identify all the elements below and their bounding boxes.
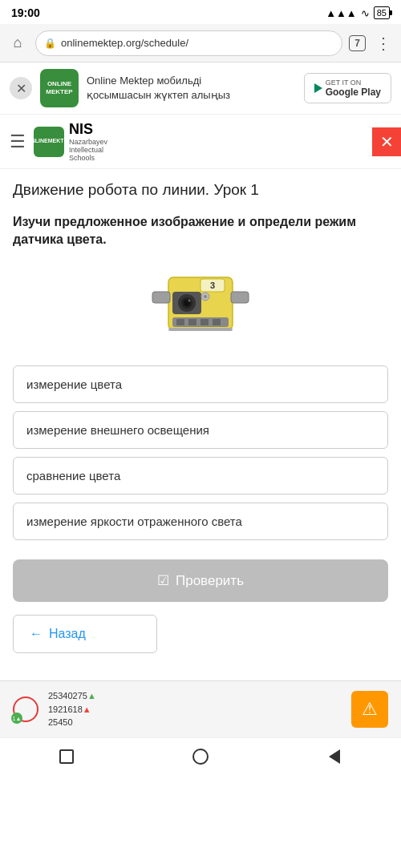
lock-icon: 🔒 xyxy=(44,38,56,49)
back-button[interactable]: ← Назад xyxy=(13,615,157,653)
status-time: 19:00 xyxy=(11,6,40,19)
svg-rect-15 xyxy=(200,319,209,325)
bottom-bar: 1▲ 25340275▲ 1921618▲ 25450 ⚠ xyxy=(0,680,401,737)
app-header: ☰ ONLINE MEKTEP NIS Nazarbayev Intellect… xyxy=(0,115,401,169)
play-icon xyxy=(314,83,322,93)
svg-rect-17 xyxy=(168,328,233,331)
google-play-button[interactable]: GET IT ON Google Play xyxy=(304,73,391,103)
question-text: Изучи предложенное изображение и определ… xyxy=(13,213,388,249)
battery-icon: 85 xyxy=(374,6,390,19)
svg-rect-4 xyxy=(231,292,249,303)
svg-text:3: 3 xyxy=(210,281,215,290)
back-nav-icon xyxy=(329,749,340,764)
back-nav-button[interactable] xyxy=(318,746,350,767)
android-nav-bar xyxy=(0,737,401,778)
browser-bar: ⌂ 🔒 onlinemektep.org/schedule/ 7 ⋮ xyxy=(0,24,401,63)
robot-image: 3 xyxy=(144,261,257,349)
option-1[interactable]: измерение цвета xyxy=(13,365,388,403)
google-play-label: GET IT ON Google Play xyxy=(326,79,381,98)
home-nav-button[interactable] xyxy=(184,746,217,767)
options-list: измерение цвета измерение внешнего освещ… xyxy=(13,365,388,540)
home-nav-icon xyxy=(192,749,209,765)
option-2[interactable]: измерение внешнего освещения xyxy=(13,411,388,449)
url-text: onlinemektep.org/schedule/ xyxy=(61,37,334,49)
svg-rect-13 xyxy=(176,319,184,325)
option-3[interactable]: сравнение цвета xyxy=(13,457,388,495)
recent-apps-button[interactable] xyxy=(51,746,83,767)
url-bar[interactable]: 🔒 onlinemektep.org/schedule/ xyxy=(35,30,342,56)
robot-image-container: 3 xyxy=(13,261,388,349)
signal-icon: ▲▲▲ xyxy=(326,7,357,19)
svg-rect-3 xyxy=(152,292,170,303)
browser-menu-button[interactable]: ⋮ xyxy=(372,34,395,53)
banner-text: Online Mektep мобильді қосымшасын жүктеп… xyxy=(87,74,296,103)
status-icons: ▲▲▲ ∿ 85 xyxy=(326,6,390,19)
banner-close-button[interactable]: ✕ xyxy=(10,77,32,99)
nis-logo: NIS Nazarbayev Intellectual Schools xyxy=(69,121,107,162)
online-mektep-logo: ONLINE MEKTEP xyxy=(34,127,64,157)
svg-point-11 xyxy=(204,295,207,298)
warning-button[interactable]: ⚠ xyxy=(351,691,388,728)
tab-count[interactable]: 7 xyxy=(349,35,366,51)
app-logos: ONLINE MEKTEP NIS Nazarbayev Intellectua… xyxy=(34,121,107,162)
hamburger-button[interactable]: ☰ xyxy=(10,131,26,152)
wifi-icon: ∿ xyxy=(361,7,370,19)
svg-rect-16 xyxy=(213,319,221,325)
page-content: Движение робота по линии. Урок 1 Изучи п… xyxy=(0,169,401,680)
close-overlay-button[interactable]: ✕ xyxy=(372,127,401,156)
app-banner: ✕ ONLINE MEKTEP Online Mektep мобильді қ… xyxy=(0,63,401,115)
check-button[interactable]: ☑ Проверить xyxy=(13,559,388,602)
home-button[interactable]: ⌂ xyxy=(6,32,29,55)
back-arrow-icon: ← xyxy=(30,627,43,641)
progress-circle: 1▲ xyxy=(13,696,38,722)
svg-point-9 xyxy=(188,300,191,302)
banner-logo: ONLINE MEKTEP xyxy=(40,69,79,107)
lesson-title: Движение робота по линии. Урок 1 xyxy=(13,180,388,200)
stats-display: 25340275▲ 1921618▲ 25450 xyxy=(48,689,96,729)
check-icon: ☑ xyxy=(157,572,169,589)
circle-badge: 1▲ xyxy=(11,713,22,724)
option-4[interactable]: измерение яркости отраженного света xyxy=(13,503,388,540)
svg-rect-14 xyxy=(188,319,196,325)
status-bar: 19:00 ▲▲▲ ∿ 85 xyxy=(0,0,401,24)
recent-apps-icon xyxy=(59,749,74,764)
